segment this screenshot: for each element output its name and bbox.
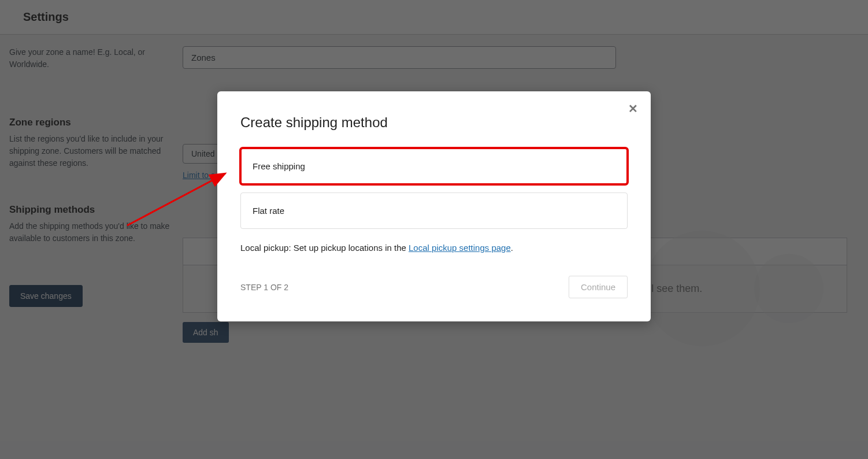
close-icon[interactable]: ✕ <box>628 102 638 116</box>
modal-footer: STEP 1 OF 2 Continue <box>240 276 628 298</box>
option-free-shipping[interactable]: Free shipping <box>240 148 628 184</box>
create-shipping-method-modal: ✕ Create shipping method Free shipping F… <box>217 91 651 321</box>
local-pickup-link[interactable]: Local pickup settings page <box>409 243 511 253</box>
continue-button[interactable]: Continue <box>569 276 628 298</box>
option-label: Flat rate <box>253 206 284 216</box>
modal-overlay[interactable]: ✕ Create shipping method Free shipping F… <box>0 0 868 459</box>
option-label: Free shipping <box>253 161 305 171</box>
modal-title: Create shipping method <box>240 114 628 131</box>
local-pickup-prefix: Local pickup: Set up pickup locations in… <box>240 243 409 253</box>
step-indicator: STEP 1 OF 2 <box>240 283 288 292</box>
local-pickup-note: Local pickup: Set up pickup locations in… <box>240 243 628 253</box>
option-flat-rate[interactable]: Flat rate <box>240 193 628 229</box>
